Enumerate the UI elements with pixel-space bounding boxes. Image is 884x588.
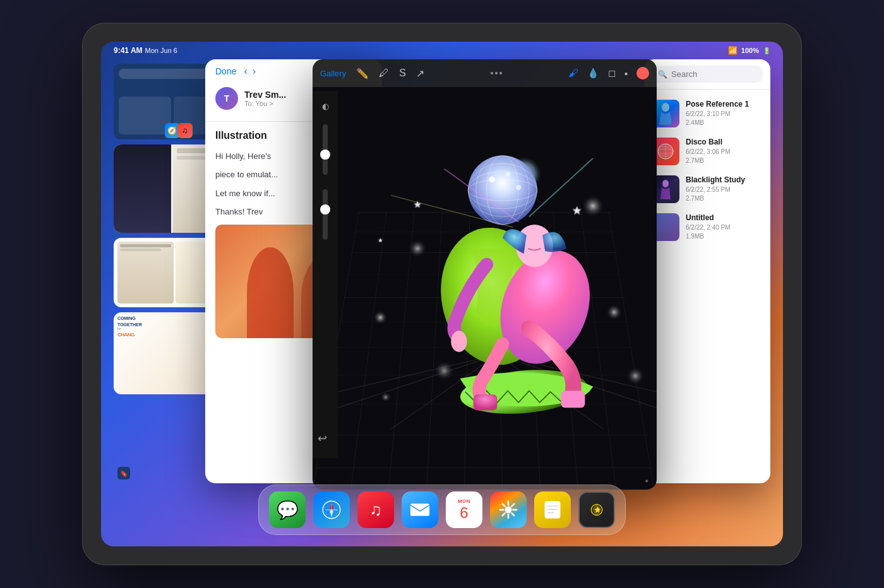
opacity-thumb[interactable]	[320, 204, 330, 215]
dock: 💬 ♫	[258, 485, 626, 535]
svg-point-23	[516, 185, 521, 190]
battery-icon: 🔋	[763, 47, 770, 54]
procreate-panel: Gallery ✏️ 🖊 S ↗ 🖌 💧 ◻ ▪	[313, 59, 657, 490]
eraser-right-icon[interactable]: ◻	[608, 68, 616, 79]
pencil-tool-icon[interactable]: ✏️	[356, 68, 369, 79]
svg-point-27	[451, 331, 467, 352]
file-meta-disco: 6/2/22, 3:06 PM2.7MB	[686, 148, 763, 165]
file-info-blacklight: Blacklight Study 6/2/22, 2:55 PM2.7MB	[686, 175, 763, 203]
opacity-slider[interactable]	[323, 189, 328, 240]
svg-point-22	[506, 172, 510, 177]
file-item-blacklight[interactable]: Blacklight Study 6/2/22, 2:55 PM2.7MB	[644, 170, 770, 208]
dock-app-notes[interactable]	[534, 491, 571, 528]
ipad-screen: 9:41 AM Mon Jun 6 📶 100% 🔋 🧭	[101, 42, 783, 546]
mail-next-button[interactable]: ›	[253, 66, 256, 77]
side-tool-1[interactable]: ◐	[316, 97, 334, 115]
file-item-pose[interactable]: Pose Reference 1 6/2/22, 3:10 PM2.4MB	[644, 95, 770, 132]
svg-marker-32	[573, 206, 582, 215]
dock-app-messages[interactable]: 💬	[269, 491, 306, 528]
file-meta-blacklight: 6/2/22, 2:55 PM2.7MB	[686, 185, 763, 203]
file-name-blacklight: Blacklight Study	[686, 175, 763, 184]
blend-tool-icon[interactable]: 💧	[587, 68, 599, 79]
calendar-day: 6	[460, 504, 468, 522]
files-list: Pose Reference 1 6/2/22, 3:10 PM2.4MB	[644, 90, 770, 251]
status-date: Mon Jun 6	[145, 47, 177, 54]
svg-point-9	[373, 310, 388, 326]
file-name-pose: Pose Reference 1	[686, 100, 763, 109]
undo-button[interactable]: ↩	[318, 432, 327, 445]
file-meta-pose: 6/2/22, 3:10 PM2.4MB	[686, 110, 763, 127]
calendar-month: MON	[458, 498, 470, 504]
dock-app-calendar[interactable]: MON 6	[446, 491, 482, 528]
search-icon: 🔍	[658, 70, 667, 79]
procreate-toolbar: Gallery ✏️ 🖊 S ↗ 🖌 💧 ◻ ▪	[313, 59, 657, 87]
move-tool-icon[interactable]: ↗	[416, 68, 424, 79]
svg-point-49	[505, 506, 511, 513]
drawing-canvas[interactable]: ✦	[313, 87, 657, 490]
svg-rect-52	[512, 509, 517, 511]
svg-marker-33	[378, 238, 383, 242]
svg-rect-54	[508, 514, 510, 519]
status-time: 9:41 AM	[114, 46, 143, 55]
files-search-input[interactable]	[671, 69, 770, 79]
svg-point-42	[662, 180, 669, 187]
dock-app-safari[interactable]	[313, 491, 350, 528]
eraser-tool-icon[interactable]: S	[399, 68, 406, 79]
dock-app-photos[interactable]	[490, 491, 527, 528]
ipad-device: 9:41 AM Mon Jun 6 📶 100% 🔋 🧭	[82, 23, 802, 565]
file-item-disco[interactable]: Disco Ball 6/2/22, 3:06 PM2.7MB	[644, 132, 770, 170]
svg-rect-56	[499, 509, 505, 511]
artwork-svg	[338, 87, 657, 490]
mail-done-button[interactable]: Done	[215, 66, 236, 76]
files-panel: 🔍 🎤 Pose Reference 1 6	[644, 59, 770, 483]
file-info-untitled: Untitled 6/2/22, 2:40 PM1.9MB	[686, 213, 763, 241]
svg-rect-30	[561, 391, 585, 408]
brush-size-thumb[interactable]	[320, 150, 330, 160]
svg-rect-57	[501, 503, 506, 508]
file-item-untitled[interactable]: Untitled 6/2/22, 2:40 PM1.9MB	[644, 208, 770, 246]
svg-point-11	[606, 303, 623, 320]
svg-rect-51	[510, 503, 515, 508]
brush-size-slider[interactable]	[323, 124, 328, 175]
dock-app-arcade[interactable]: ⭐	[578, 491, 615, 528]
svg-rect-29	[474, 394, 498, 410]
status-bar: 9:41 AM Mon Jun 6 📶 100% 🔋	[101, 42, 783, 59]
file-info-pose: Pose Reference 1 6/2/22, 3:10 PM2.4MB	[686, 100, 763, 127]
mail-prev-button[interactable]: ‹	[244, 66, 247, 77]
svg-rect-50	[508, 501, 510, 506]
sender-avatar: T	[215, 87, 238, 110]
dock-app-mail[interactable]	[402, 491, 438, 528]
canvas-signature: ✦	[644, 478, 649, 485]
procreate-side-toolbar: ◐ ↩	[313, 91, 338, 458]
file-name-disco: Disco Ball	[686, 138, 763, 146]
file-meta-untitled: 6/2/22, 2:40 PM1.9MB	[686, 223, 763, 241]
svg-rect-48	[410, 503, 429, 516]
wifi-icon: 📶	[728, 46, 738, 55]
svg-point-37	[662, 103, 669, 112]
dock-app-music[interactable]: ♫	[357, 491, 394, 528]
battery-status: 100%	[741, 47, 759, 54]
svg-text:⭐: ⭐	[594, 506, 601, 514]
brush-tool-icon[interactable]: 🖌	[568, 68, 578, 79]
svg-point-21	[489, 176, 495, 182]
svg-rect-53	[510, 512, 515, 517]
toolbar-more-dots[interactable]	[491, 72, 502, 74]
svg-point-8	[408, 239, 427, 258]
files-search-area: 🔍 🎤	[644, 59, 770, 90]
file-info-disco: Disco Ball 6/2/22, 3:06 PM2.7MB	[686, 138, 763, 165]
svg-point-14	[380, 392, 391, 403]
procreate-gallery-button[interactable]: Gallery	[320, 69, 346, 78]
svg-point-15	[468, 156, 537, 225]
smudge-tool-icon[interactable]: 🖊	[379, 68, 389, 79]
layers-icon[interactable]: ▪	[624, 68, 628, 79]
svg-rect-55	[501, 512, 506, 517]
svg-point-13	[626, 367, 645, 385]
svg-point-7	[581, 194, 604, 218]
procreate-close-button[interactable]	[636, 67, 649, 79]
svg-point-10	[434, 360, 455, 382]
file-name-untitled: Untitled	[686, 213, 763, 222]
